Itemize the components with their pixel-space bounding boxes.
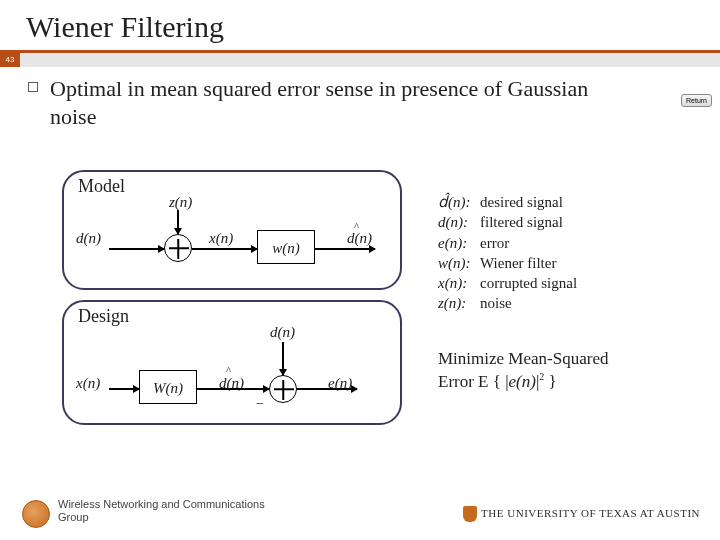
legend-row: w(n):Wiener filter: [438, 253, 577, 273]
minus-sign: −: [256, 396, 264, 412]
wncg-text: Wireless Networking and CommunicationsGr…: [58, 498, 265, 524]
legend-row: x(n):corrupted signal: [438, 273, 577, 293]
slide-title: Wiener Filtering: [0, 0, 720, 50]
page-number: 43: [0, 53, 20, 67]
arrow-icon: [133, 385, 140, 393]
line: [297, 388, 357, 390]
ut-logo: THE UNIVERSITY OF TEXAS AT AUSTIN: [463, 506, 700, 522]
model-sum-icon: [164, 234, 192, 262]
arrow-icon: [251, 245, 258, 253]
arrow-icon: [263, 385, 270, 393]
legend-row: z(n):noise: [438, 293, 577, 313]
model-d-label: d(n): [76, 230, 101, 247]
arrow-icon: [158, 245, 165, 253]
design-d-label: d(n): [270, 324, 295, 341]
line: [197, 388, 269, 390]
model-wiener-block: w(n): [257, 230, 315, 264]
model-x-label: x(n): [209, 230, 233, 247]
pagenum-bar: 43: [0, 53, 720, 67]
line: [109, 248, 164, 250]
minimize-text: Minimize Mean-Squared Error E { |e(n)|2 …: [438, 348, 688, 393]
design-filter-block: W(n): [139, 370, 197, 404]
arrow-icon: [351, 385, 358, 393]
model-panel: Model z(n) d(n) x(n) w(n) ^ d(n): [62, 170, 402, 290]
model-z-label: z(n): [169, 194, 192, 211]
minimize-line1: Minimize Mean-Squared: [438, 348, 688, 370]
legend-row: d̂(n):desired signal: [438, 192, 577, 212]
minimize-line2: Error E { |e(n)|2 }: [438, 370, 688, 393]
legend-row: e(n):error: [438, 233, 577, 253]
main-bullet-text: Optimal in mean squared error sense in p…: [50, 75, 696, 130]
ut-crest-icon: [463, 506, 477, 522]
line: [192, 248, 257, 250]
legend-row: d(n):filtered signal: [438, 212, 577, 232]
line: [315, 248, 375, 250]
footer: Wireless Networking and CommunicationsGr…: [0, 492, 720, 532]
bullet-icon: [28, 82, 38, 92]
legend: d̂(n):desired signal d(n):filtered signa…: [438, 192, 577, 314]
design-x-label: x(n): [76, 375, 100, 392]
arrow-icon: [174, 228, 182, 235]
design-sum-icon: [269, 375, 297, 403]
wncg-logo-icon: [22, 500, 50, 528]
arrow-icon: [279, 369, 287, 376]
arrow-icon: [369, 245, 376, 253]
design-title: Design: [78, 306, 129, 327]
model-title: Model: [78, 176, 125, 197]
design-panel: Design x(n) W(n) ^ d(n) d(n) − e(n): [62, 300, 402, 425]
